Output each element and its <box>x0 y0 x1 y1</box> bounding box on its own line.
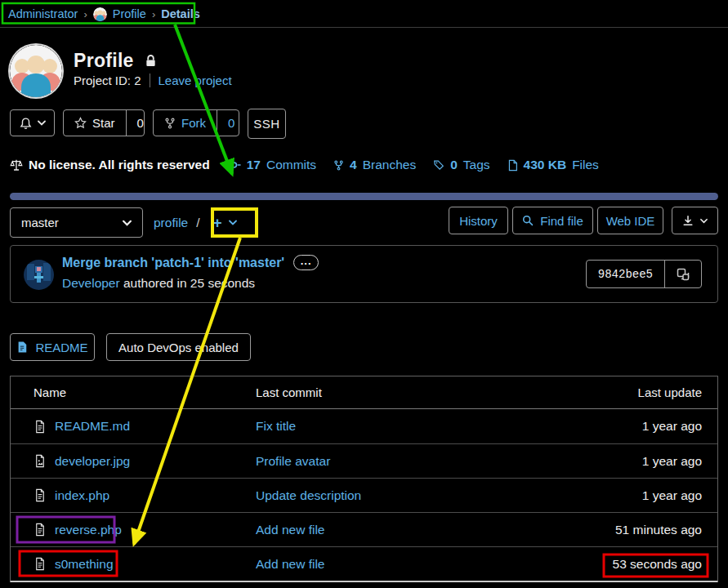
file-link[interactable]: reverse.php <box>55 523 122 537</box>
add-file-dropdown[interactable]: + <box>208 212 242 233</box>
divider <box>150 74 150 87</box>
notification-dropdown-button[interactable] <box>10 109 55 136</box>
table-row: s0mething Add new file 53 seconds ago <box>11 546 717 581</box>
search-icon <box>522 215 534 226</box>
project-avatar-small <box>93 7 107 21</box>
tag-icon <box>433 159 444 171</box>
tags-link[interactable]: 0 Tags <box>433 158 489 172</box>
last-commit-panel: Merge branch 'patch-1' into 'master' ...… <box>10 245 718 303</box>
download-dropdown-button[interactable] <box>672 207 718 234</box>
files-link[interactable]: 430 KB Files <box>507 158 599 172</box>
document-icon <box>33 420 47 434</box>
download-icon <box>682 215 694 227</box>
license-text: No license. All rights reserved <box>29 158 210 172</box>
chevron-down-icon <box>229 220 237 225</box>
breadcrumb-profile[interactable]: Profile <box>113 7 146 20</box>
star-button[interactable]: Star <box>64 110 126 136</box>
document-icon <box>33 488 47 502</box>
commit-link[interactable]: Fix title <box>256 419 296 433</box>
chevron-down-icon <box>700 218 708 224</box>
copy-sha-button[interactable] <box>664 261 701 287</box>
gitlab-project-page: Administrator › Profile › Details Profil… <box>0 0 728 588</box>
file-link[interactable]: README.md <box>55 419 130 434</box>
star-button-group: Star 0 <box>63 109 145 136</box>
last-update-cell: 1 year ago <box>538 419 717 434</box>
law-scale-icon <box>10 158 23 172</box>
commits-link[interactable]: 17 Commits <box>227 158 316 172</box>
branches-count: 4 <box>350 158 357 172</box>
project-stats: No license. All rights reserved 17 Commi… <box>10 156 599 174</box>
tags-label: Tags <box>463 158 490 172</box>
image-file-icon <box>33 454 47 468</box>
ssh-button[interactable]: SSH <box>248 109 286 139</box>
fork-button-group: Fork 0 <box>153 109 239 136</box>
readme-label: README <box>35 341 87 354</box>
commit-time-text: authored in 25 seconds <box>123 276 255 290</box>
file-icon <box>507 159 518 172</box>
file-link[interactable]: developer.jpg <box>55 454 130 469</box>
find-file-label: Find file <box>540 214 583 228</box>
star-label: Star <box>92 116 115 130</box>
table-row: index.php Update description 1 year ago <box>11 478 717 512</box>
find-file-button[interactable]: Find file <box>512 207 593 234</box>
commit-message-link[interactable]: Merge branch 'patch-1' into 'master' <box>62 256 284 270</box>
file-link[interactable]: index.php <box>55 488 109 503</box>
breadcrumb-separator: › <box>83 8 87 20</box>
file-link[interactable]: s0mething <box>55 557 114 572</box>
readme-file-icon <box>16 341 28 354</box>
table-row: README.md Fix title 1 year ago <box>11 409 717 443</box>
copy-icon <box>677 268 690 281</box>
bell-icon <box>20 117 32 130</box>
branches-label: Branches <box>363 158 416 172</box>
commit-expand-button[interactable]: ... <box>293 255 319 270</box>
group-avatar-icon <box>93 7 107 21</box>
lock-icon <box>145 54 157 68</box>
commit-link[interactable]: Add new file <box>256 523 324 537</box>
commits-label: Commits <box>266 158 316 172</box>
files-table-header: Name Last commit Last update <box>11 376 717 409</box>
header-last-update: Last update <box>538 385 717 399</box>
language-bar[interactable] <box>10 193 718 200</box>
commit-author-link[interactable]: Developer <box>62 276 120 290</box>
branch-icon <box>333 159 344 172</box>
commit-sha-group: 9842bee5 <box>586 260 702 288</box>
fork-count[interactable]: 0 <box>217 110 239 136</box>
commit-link[interactable]: Update description <box>256 488 361 502</box>
path-separator: / <box>196 216 199 230</box>
path-root-link[interactable]: profile <box>154 216 188 230</box>
web-ide-button[interactable]: Web IDE <box>597 207 663 234</box>
commit-icon <box>227 160 241 170</box>
table-row: reverse.php Add new file 51 minutes ago <box>11 512 717 546</box>
project-avatar <box>10 45 62 97</box>
fork-label: Fork <box>181 116 206 130</box>
commit-link[interactable]: Profile avatar <box>256 454 330 468</box>
table-row: developer.jpg Profile avatar 1 year ago <box>11 443 717 478</box>
last-update-cell: 51 minutes ago <box>538 523 717 537</box>
fork-icon <box>164 117 176 130</box>
group-avatar-icon <box>10 45 62 97</box>
developer-avatar-icon <box>24 260 54 290</box>
auto-devops-button[interactable]: Auto DevOps enabled <box>106 333 251 361</box>
readme-button[interactable]: README <box>10 333 95 361</box>
breadcrumb-administrator[interactable]: Administrator <box>8 7 78 20</box>
chevron-down-icon <box>123 220 132 226</box>
page-title: Profile <box>74 50 134 72</box>
breadcrumb-current: Details <box>161 7 200 20</box>
fork-button[interactable]: Fork <box>154 110 217 136</box>
document-icon <box>33 557 47 571</box>
last-update-cell: 1 year ago <box>538 488 717 503</box>
commit-link[interactable]: Add new file <box>256 557 324 571</box>
chevron-down-icon <box>38 120 46 126</box>
branch-name: master <box>21 216 59 229</box>
branch-selector[interactable]: master <box>10 207 143 238</box>
annotation-green-arrow <box>175 24 232 174</box>
star-count[interactable]: 0 <box>126 110 145 136</box>
last-update-cell: 1 year ago <box>538 454 717 469</box>
files-table: Name Last commit Last update README.md F… <box>10 376 718 582</box>
header-name: Name <box>11 385 256 399</box>
commit-author-avatar <box>24 260 54 290</box>
history-button[interactable]: History <box>449 207 508 234</box>
header-divider <box>0 27 728 28</box>
branches-link[interactable]: 4 Branches <box>333 158 416 172</box>
leave-project-link[interactable]: Leave project <box>159 74 232 87</box>
